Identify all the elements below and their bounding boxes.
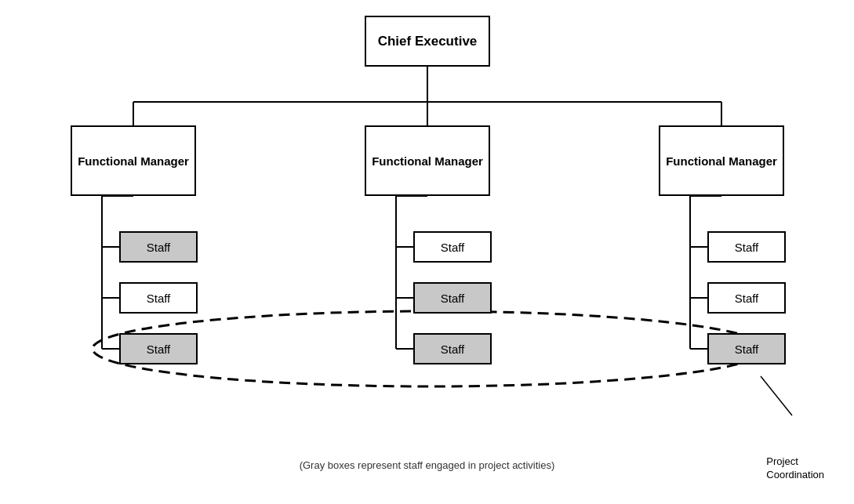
functional-manager-center-box: Functional Manager bbox=[365, 125, 490, 196]
functional-manager-left-label: Functional Manager bbox=[78, 154, 189, 168]
chief-executive-box: Chief Executive bbox=[365, 16, 490, 67]
functional-manager-center-label: Functional Manager bbox=[372, 154, 483, 168]
project-coordination-label: ProjectCoordination bbox=[766, 455, 824, 482]
staff-right-1-box: Staff bbox=[707, 231, 786, 263]
footer-note-text: (Gray boxes represent staff engaged in p… bbox=[300, 459, 555, 471]
org-chart: Chief Executive Functional Manager Funct… bbox=[0, 0, 854, 504]
staff-right-1-label: Staff bbox=[735, 241, 759, 254]
staff-center-2-label: Staff bbox=[441, 292, 465, 305]
staff-center-3-box: Staff bbox=[413, 333, 492, 364]
staff-right-3-box: Staff bbox=[707, 333, 786, 364]
staff-center-2-box: Staff bbox=[413, 282, 492, 314]
staff-right-3-label: Staff bbox=[735, 343, 759, 356]
functional-manager-right-box: Functional Manager bbox=[659, 125, 784, 196]
footer-note: (Gray boxes represent staff engaged in p… bbox=[0, 459, 854, 471]
staff-center-1-box: Staff bbox=[413, 231, 492, 263]
staff-center-3-label: Staff bbox=[441, 343, 465, 356]
svg-line-20 bbox=[761, 376, 792, 415]
staff-left-3-label: Staff bbox=[147, 343, 171, 356]
staff-left-3-box: Staff bbox=[119, 333, 198, 364]
functional-manager-left-box: Functional Manager bbox=[71, 125, 196, 196]
staff-left-1-label: Staff bbox=[147, 241, 171, 254]
staff-right-2-box: Staff bbox=[707, 282, 786, 314]
staff-left-2-label: Staff bbox=[147, 292, 171, 305]
staff-left-1-box: Staff bbox=[119, 231, 198, 263]
staff-right-2-label: Staff bbox=[735, 292, 759, 305]
staff-center-1-label: Staff bbox=[441, 241, 465, 254]
staff-left-2-box: Staff bbox=[119, 282, 198, 314]
functional-manager-right-label: Functional Manager bbox=[666, 154, 777, 168]
chief-executive-label: Chief Executive bbox=[378, 34, 478, 49]
